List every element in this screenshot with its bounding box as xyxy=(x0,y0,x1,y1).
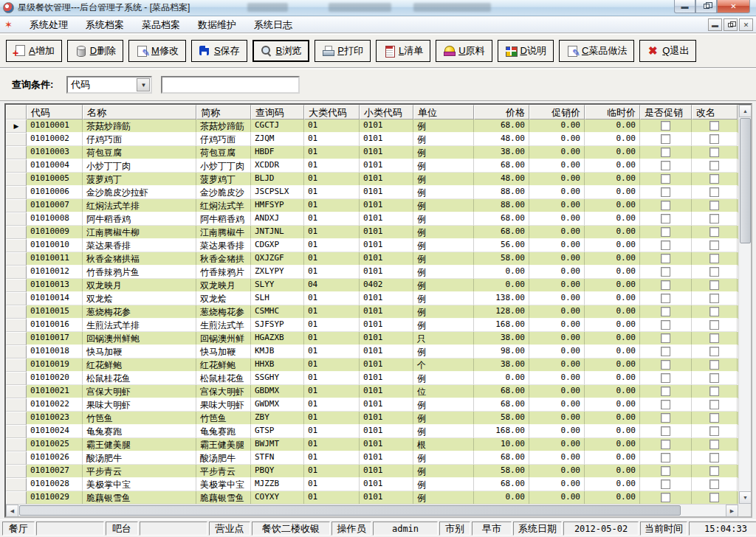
column-header-unit[interactable]: 单位 xyxy=(413,105,474,119)
row-selector[interactable] xyxy=(6,199,27,212)
column-header-price[interactable]: 价格 xyxy=(474,105,529,119)
rename-checkbox[interactable] xyxy=(709,240,719,250)
list-button[interactable]: L清单 xyxy=(376,40,430,62)
rename-checkbox[interactable] xyxy=(709,440,719,449)
rename-checkbox[interactable] xyxy=(709,227,719,237)
table-row[interactable]: 01010020松鼠桂花鱼松鼠桂花鱼SSGHY010101例0.000.000.… xyxy=(6,372,738,385)
browse-button[interactable]: B浏览 xyxy=(252,40,310,62)
is_promo-checkbox[interactable] xyxy=(661,479,670,489)
column-header-code[interactable]: 代码 xyxy=(27,105,83,119)
is_promo-checkbox[interactable] xyxy=(661,373,670,383)
table-row[interactable]: 01010017回锅澳州鲜鲍回锅澳州鲜HGAZXB010101只38.000.0… xyxy=(6,332,738,345)
is_promo-checkbox[interactable] xyxy=(661,227,670,237)
table-row[interactable]: 01010007红焖法式羊排红焖法式羊HMFSYP010101例88.000.0… xyxy=(6,199,738,212)
table-row[interactable]: 01010011秋香金猪拱福秋香金猪拱QXJZGF010101例58.000.0… xyxy=(6,252,738,266)
modify-button[interactable]: M修改 xyxy=(128,40,186,62)
close-button[interactable]: ✕ xyxy=(717,0,750,13)
rename-checkbox[interactable] xyxy=(709,294,719,303)
rename-checkbox[interactable] xyxy=(709,267,719,277)
delete-button[interactable]: D删除 xyxy=(67,40,123,62)
is_promo-checkbox[interactable] xyxy=(661,201,670,210)
rename-checkbox[interactable] xyxy=(709,121,719,131)
row-selector[interactable] xyxy=(6,133,27,146)
table-row[interactable]: 01010027平步青云平步青云PBQY010101例58.000.000.00 xyxy=(6,465,738,478)
mdi-restore-button[interactable] xyxy=(724,18,738,31)
horizontal-scrollbar[interactable]: ◀ ▶ xyxy=(6,504,738,516)
rename-checkbox[interactable] xyxy=(709,360,719,370)
row-selector[interactable] xyxy=(6,345,27,358)
vertical-scrollbar[interactable]: ▲ ▼ xyxy=(738,105,751,504)
row-selector[interactable] xyxy=(6,186,27,199)
is_promo-checkbox[interactable] xyxy=(661,187,670,197)
rename-checkbox[interactable] xyxy=(709,280,719,290)
description-button[interactable]: D说明 xyxy=(498,40,554,62)
rename-checkbox[interactable] xyxy=(709,373,719,383)
is_promo-checkbox[interactable] xyxy=(661,440,670,449)
menu-system-log[interactable]: 系统日志 xyxy=(245,17,301,33)
row-selector[interactable] xyxy=(6,385,27,398)
mdi-minimize-button[interactable]: ▬ xyxy=(708,18,722,31)
row-selector[interactable] xyxy=(6,319,27,332)
scroll-right-icon[interactable]: ▶ xyxy=(726,505,738,517)
menu-dish-archive[interactable]: 菜品档案 xyxy=(133,17,189,33)
rename-checkbox[interactable] xyxy=(709,453,719,462)
is_promo-checkbox[interactable] xyxy=(661,387,670,396)
row-selector[interactable] xyxy=(6,332,27,345)
save-button[interactable]: S保存 xyxy=(191,40,247,62)
query-field-select[interactable]: 代码 ▼ xyxy=(66,76,152,94)
table-row[interactable]: 01010006金沙脆皮沙拉虾金沙脆皮沙JSCPSLX010101例88.000… xyxy=(6,186,738,199)
is_promo-checkbox[interactable] xyxy=(661,453,670,462)
print-button[interactable]: P打印 xyxy=(315,40,371,62)
rename-checkbox[interactable] xyxy=(709,148,719,157)
row-selector[interactable] xyxy=(6,425,27,438)
column-header-is_promo[interactable]: 是否促销 xyxy=(640,105,692,119)
rename-checkbox[interactable] xyxy=(709,387,719,396)
is_promo-checkbox[interactable] xyxy=(661,214,670,224)
table-row[interactable]: 01010004小炒丁丁肉小炒丁丁肉XCDDR010101例68.000.000… xyxy=(6,159,738,173)
table-row[interactable]: 01010025霸王健美腿霸王健美腿BWJMT010101根10.000.000… xyxy=(6,438,738,451)
row-selector[interactable] xyxy=(6,491,27,505)
table-row[interactable]: 01010015葱烧梅花参葱烧梅花参CSMHC010101例128.000.00… xyxy=(6,305,738,319)
is_promo-checkbox[interactable] xyxy=(661,254,670,263)
is_promo-checkbox[interactable] xyxy=(661,161,670,170)
rename-checkbox[interactable] xyxy=(709,307,719,316)
is_promo-checkbox[interactable] xyxy=(661,267,670,277)
row-selector[interactable] xyxy=(6,279,27,292)
row-selector[interactable] xyxy=(6,212,27,226)
exit-button[interactable]: ✖Q退出 xyxy=(639,40,696,62)
rename-checkbox[interactable] xyxy=(709,254,719,263)
row-selector[interactable] xyxy=(6,159,27,173)
is_promo-checkbox[interactable] xyxy=(661,320,670,330)
rename-checkbox[interactable] xyxy=(709,466,719,476)
row-selector[interactable]: ▶ xyxy=(6,119,27,133)
rename-checkbox[interactable] xyxy=(709,347,719,356)
rename-checkbox[interactable] xyxy=(709,493,719,502)
scroll-left-icon[interactable]: ◀ xyxy=(6,505,18,517)
is_promo-checkbox[interactable] xyxy=(661,174,670,184)
row-selector[interactable] xyxy=(6,305,27,319)
is_promo-checkbox[interactable] xyxy=(661,426,670,436)
rename-checkbox[interactable] xyxy=(709,134,719,144)
table-row[interactable]: 01010029脆藕银雪鱼脆藕银雪鱼COYXY010101例0.000.000.… xyxy=(6,491,738,505)
vertical-scroll-thumb[interactable] xyxy=(740,118,751,243)
table-row[interactable]: 01010009江南腾椒牛柳江南腾椒牛JNTJNL010101例68.000.0… xyxy=(6,226,738,239)
rename-checkbox[interactable] xyxy=(709,201,719,210)
rename-checkbox[interactable] xyxy=(709,400,719,409)
table-row[interactable]: 01010010菜达果香排菜达果香排CDGXP010101例56.000.000… xyxy=(6,239,738,252)
table-row[interactable]: 01010016生煎法式羊排生煎法式羊SJFSYP010101例168.000.… xyxy=(6,319,738,332)
row-selector[interactable] xyxy=(6,226,27,239)
column-header-cat[interactable]: 大类代码 xyxy=(304,105,360,119)
rename-checkbox[interactable] xyxy=(709,413,719,423)
row-selector[interactable] xyxy=(6,451,27,465)
row-selector[interactable] xyxy=(6,398,27,412)
table-row[interactable]: 01010014双龙烩双龙烩SLH010101例138.000.000.00 xyxy=(6,292,738,305)
is_promo-checkbox[interactable] xyxy=(661,294,670,303)
is_promo-checkbox[interactable] xyxy=(661,400,670,409)
table-row[interactable]: 01010002仔鸡巧面仔鸡巧面ZJQM010101例48.000.000.00 xyxy=(6,133,738,146)
is_promo-checkbox[interactable] xyxy=(661,333,670,343)
rename-checkbox[interactable] xyxy=(709,174,719,184)
row-selector[interactable] xyxy=(6,358,27,372)
query-value-input[interactable] xyxy=(161,76,300,94)
column-header-rename[interactable]: 改名 xyxy=(692,105,738,119)
column-header-short[interactable]: 简称 xyxy=(196,105,251,119)
